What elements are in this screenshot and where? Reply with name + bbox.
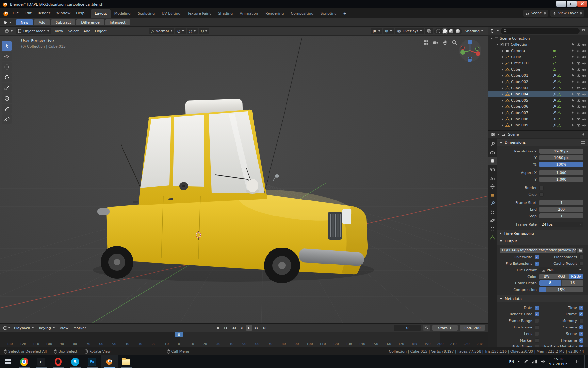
selectable-icon[interactable]	[571, 111, 575, 115]
metadata-checkbox-lens[interactable]	[535, 332, 539, 336]
minimize-button[interactable]	[556, 1, 566, 7]
outliner-row-cube-009[interactable]: Cube.009	[488, 122, 588, 128]
render-visibility-camera-icon[interactable]	[582, 80, 586, 84]
menu-render[interactable]: Render	[35, 9, 53, 17]
unlink-scene-icon[interactable]	[544, 12, 546, 15]
viewport-canvas[interactable]	[0, 36, 488, 323]
workspace-tab-texture-paint[interactable]: Texture Paint	[184, 9, 215, 18]
move-tool-button[interactable]	[2, 62, 12, 72]
metadata-checkbox-filename[interactable]	[579, 338, 583, 343]
cursor-tool-button[interactable]	[2, 52, 12, 61]
browse-output-path-button[interactable]	[577, 248, 583, 253]
metadata-checkbox-date[interactable]	[535, 306, 539, 310]
ea-app-taskbar-button[interactable]: e	[33, 355, 50, 368]
aspect-y-field[interactable]: 1.000	[539, 177, 583, 182]
disclosure-icon[interactable]	[501, 49, 504, 52]
workspace-tab-scripting[interactable]: Scripting	[317, 9, 340, 18]
play-reverse-button[interactable]: ◀	[238, 325, 244, 331]
file-format-dropdown[interactable]: PNG	[539, 267, 583, 273]
disclosure-icon[interactable]	[501, 111, 504, 114]
add-workspace-button[interactable]: +	[340, 9, 349, 18]
particles-tab-button[interactable]	[488, 208, 497, 216]
disclosure-icon[interactable]	[501, 68, 504, 71]
frame-rate-dropdown[interactable]: 24 fps	[539, 222, 583, 227]
outliner-row-scene-collection[interactable]: Scene Collection	[488, 35, 588, 41]
frame-start-prop-field[interactable]: 1	[539, 200, 583, 205]
disclosure-icon[interactable]	[501, 105, 504, 108]
frame-end-field[interactable]: End: 200	[460, 325, 485, 331]
jump-to-end-button[interactable]: ▶|	[261, 325, 268, 331]
outliner-search-input[interactable]	[501, 28, 580, 34]
selectable-icon[interactable]	[571, 105, 575, 108]
frame-end-prop-field[interactable]: 200	[539, 207, 583, 212]
mode-dropdown[interactable]: Object Mode	[16, 28, 51, 34]
selectable-icon[interactable]	[571, 43, 575, 46]
photoshop-taskbar-button[interactable]: Ps	[84, 355, 101, 368]
chrome-taskbar-button[interactable]	[16, 355, 33, 368]
frame-step-field[interactable]: 1	[539, 213, 583, 218]
object-data-tab-button[interactable]	[488, 233, 497, 242]
hide-eye-icon[interactable]	[577, 123, 580, 127]
render-visibility-camera-icon[interactable]	[582, 123, 586, 127]
metadata-checkbox-strip-name[interactable]	[535, 345, 539, 347]
orientation-dropdown[interactable]: △ Normal	[149, 28, 174, 34]
outliner-row-circle-001[interactable]: Circle.001	[488, 60, 588, 66]
hide-eye-icon[interactable]	[577, 99, 580, 103]
segment-option-8[interactable]: 8	[539, 280, 561, 286]
selectable-icon[interactable]	[571, 123, 575, 127]
network-icon[interactable]	[532, 359, 537, 364]
active-tool-dropdown-icon[interactable]	[9, 22, 11, 23]
physics-tab-button[interactable]	[488, 216, 497, 225]
frame-start-field[interactable]: Start: 1	[432, 325, 458, 331]
gizmos-toggle[interactable]: ⊕	[383, 28, 394, 34]
camera-view-icon[interactable]	[433, 40, 438, 45]
snap-toggle[interactable]: Ω	[175, 28, 186, 34]
hide-eye-icon[interactable]	[577, 80, 580, 84]
gizmo-x-neg-axis[interactable]	[461, 46, 465, 50]
transform-tool-button[interactable]	[2, 93, 12, 103]
outliner-row-cube-002[interactable]: Cube.002	[488, 79, 588, 85]
render-visibility-camera-icon[interactable]	[582, 99, 586, 103]
next-keyframe-button[interactable]: ▶▶	[253, 325, 260, 331]
menu-file[interactable]: File	[10, 9, 22, 17]
pivot-point-dropdown[interactable]: ⊙	[199, 28, 209, 34]
constraints-tab-button[interactable]	[488, 225, 497, 233]
hide-eye-icon[interactable]	[577, 92, 580, 96]
disclosure-icon[interactable]	[501, 87, 504, 89]
hide-eye-icon[interactable]	[577, 117, 580, 121]
gizmo-y-axis[interactable]	[460, 50, 465, 55]
active-tool-icon[interactable]	[3, 20, 8, 25]
current-frame-field[interactable]: 0	[394, 325, 421, 331]
time-remapping-panel-header[interactable]: Time Remapping	[497, 230, 588, 237]
timeline-ruler[interactable]: -130-120-110-100-90-80-70-60-50-40-30-20…	[0, 332, 488, 347]
metadata-checkbox-camera[interactable]	[579, 325, 583, 329]
rendered-shading-button[interactable]	[456, 29, 460, 33]
maximize-button[interactable]	[567, 1, 577, 7]
wireframe-shading-button[interactable]	[436, 29, 440, 33]
disclosure-icon[interactable]	[501, 74, 504, 77]
outliner-row-cube[interactable]: Cube	[488, 66, 588, 72]
disclosure-icon[interactable]	[501, 124, 504, 127]
xray-toggle[interactable]	[425, 28, 433, 34]
cache-result-checkbox[interactable]	[579, 262, 583, 266]
render-visibility-camera-icon[interactable]	[582, 105, 586, 109]
selectable-icon[interactable]	[571, 49, 575, 53]
gizmo-x-axis[interactable]	[476, 51, 480, 56]
blender-menu-icon[interactable]	[3, 10, 8, 16]
cartoon-car-model[interactable]	[97, 99, 368, 283]
selectable-icon[interactable]	[571, 99, 575, 102]
measure-tool-button[interactable]	[2, 114, 12, 124]
pin-icon[interactable]	[582, 133, 585, 136]
render-visibility-camera-icon[interactable]	[582, 43, 586, 47]
difference-button[interactable]: Difference	[76, 19, 104, 25]
close-button[interactable]	[577, 1, 587, 7]
editor-type-button[interactable]	[3, 28, 15, 34]
pen-tray-icon[interactable]	[524, 359, 529, 364]
dimensions-panel-header[interactable]: Dimensions	[497, 138, 588, 146]
metadata-checkbox-hostname[interactable]	[535, 325, 539, 329]
workspace-tab-layout[interactable]: Layout	[91, 9, 110, 18]
hide-eye-icon[interactable]	[577, 43, 580, 47]
new-button[interactable]: New	[16, 19, 33, 25]
play-button[interactable]: ▶	[246, 325, 252, 331]
render-visibility-camera-icon[interactable]	[582, 74, 586, 78]
